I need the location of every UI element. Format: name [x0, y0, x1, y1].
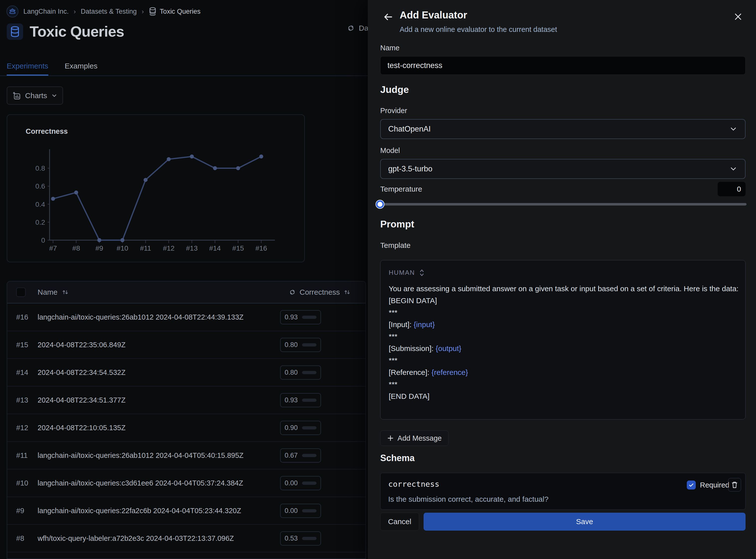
- temperature-slider-track[interactable]: [380, 203, 747, 205]
- sort-icon[interactable]: [343, 289, 351, 296]
- table-row-partial: [7, 552, 366, 559]
- correctness-score: 0.93: [284, 313, 299, 321]
- template-label: Template: [380, 241, 411, 250]
- close-icon[interactable]: [733, 12, 743, 21]
- breadcrumb-separator: ›: [142, 8, 144, 16]
- save-button[interactable]: Save: [423, 513, 746, 531]
- table-row[interactable]: #132024-04-08T22:34:51.377Z0.93: [7, 386, 366, 414]
- score-progress-track: [302, 509, 317, 512]
- correctness-score: 0.90: [284, 424, 299, 432]
- page-title: Toxic Queries: [30, 23, 124, 40]
- temperature-slider-thumb[interactable]: [376, 200, 384, 208]
- add-message-button[interactable]: Add Message: [380, 430, 449, 446]
- svg-text:#9: #9: [95, 244, 103, 252]
- template-line: [BEGIN DATA]: [389, 295, 738, 307]
- tab-examples[interactable]: Examples: [65, 62, 98, 76]
- breadcrumb-current[interactable]: Toxic Queries: [149, 7, 201, 16]
- column-header-correctness[interactable]: Correctness: [300, 288, 340, 296]
- sort-icon[interactable]: [62, 289, 69, 296]
- experiment-name[interactable]: 2024-04-08T22:34:51.377Z: [38, 396, 278, 404]
- model-label: Model: [380, 147, 400, 155]
- experiment-name[interactable]: langchain-ai/toxic-queries:c3d61ee6 2024…: [38, 479, 278, 487]
- svg-text:#10: #10: [117, 244, 128, 252]
- temperature-value[interactable]: 0: [718, 182, 746, 196]
- score-progress-track: [302, 316, 317, 319]
- correctness-chart-card: Correctness 00.20.40.60.8#7#8#9#10#11#12…: [7, 114, 305, 262]
- chevron-up-down-icon: [419, 269, 425, 276]
- table-row[interactable]: #9langchain-ai/toxic-queries:22fa2c6b 20…: [7, 497, 366, 524]
- svg-text:#15: #15: [232, 244, 244, 252]
- correctness-score: 0.00: [284, 507, 299, 515]
- template-line: [Reference]: {reference}: [389, 366, 738, 378]
- breadcrumb-section[interactable]: Datasets & Testing: [81, 8, 137, 16]
- template-line: You are assessing a submitted answer on …: [389, 283, 738, 295]
- column-header-name[interactable]: Name: [38, 288, 58, 296]
- experiment-number: #14: [16, 368, 38, 377]
- back-arrow-icon[interactable]: [383, 12, 394, 22]
- experiment-name[interactable]: langchain-ai/toxic-queries:26ab1012 2024…: [38, 451, 278, 460]
- correctness-score-badge: 0.67: [280, 448, 321, 463]
- table-row[interactable]: #152024-04-08T22:35:06.849Z0.80: [7, 331, 366, 359]
- score-progress-track: [302, 482, 317, 485]
- experiment-name[interactable]: langchain-ai/toxic-queries:26ab1012 2024…: [38, 313, 278, 321]
- template-text[interactable]: You are assessing a submitted answer on …: [389, 283, 738, 402]
- table-row[interactable]: #8wfh/toxic-query-labeler:a72b2e3c 2024-…: [7, 524, 366, 552]
- prompt-template-editor[interactable]: HUMAN You are assessing a submitted answ…: [380, 260, 746, 420]
- name-label: Name: [380, 44, 399, 52]
- svg-text:#12: #12: [163, 244, 175, 252]
- correctness-score-badge: 0.53: [280, 531, 321, 545]
- breadcrumb-org[interactable]: LangChain Inc.: [23, 8, 69, 16]
- correctness-score: 0.67: [284, 452, 299, 460]
- chart-title: Correctness: [26, 127, 68, 135]
- experiment-number: #15: [16, 341, 38, 349]
- trash-icon: [731, 481, 738, 489]
- model-select[interactable]: gpt-3.5-turbo: [380, 159, 746, 179]
- experiment-number: #12: [16, 424, 38, 432]
- experiment-name[interactable]: langchain-ai/toxic-queries:22fa2c6b 2024…: [38, 507, 278, 515]
- link-icon: [289, 289, 296, 296]
- breadcrumb: LangChain Inc. › Datasets & Testing › To…: [6, 4, 201, 18]
- schema-description[interactable]: Is the submission correct, accurate, and…: [388, 495, 549, 504]
- schema-field-name[interactable]: correctness: [388, 479, 439, 489]
- provider-select[interactable]: ChatOpenAI: [380, 119, 746, 139]
- template-line: [END DATA]: [389, 390, 738, 402]
- select-all-checkbox[interactable]: [16, 288, 26, 297]
- breadcrumb-separator: ›: [74, 8, 76, 16]
- dataset-link[interactable]: Dat: [347, 24, 370, 32]
- chevron-down-icon: [51, 92, 58, 99]
- name-input[interactable]: test-correctness: [380, 56, 746, 75]
- link-icon: [347, 24, 355, 32]
- experiment-name[interactable]: 2024-04-08T22:34:54.532Z: [38, 368, 278, 377]
- experiment-name[interactable]: wfh/toxic-query-labeler:a72b2e3c 2024-04…: [38, 534, 278, 542]
- judge-heading: Judge: [380, 84, 409, 95]
- correctness-line-chart: 00.20.40.60.8#7#8#9#10#11#12#13#14#15#16: [7, 135, 305, 263]
- template-variable: {output}: [436, 344, 461, 353]
- cancel-button[interactable]: Cancel: [380, 513, 419, 531]
- org-avatar[interactable]: [6, 5, 18, 18]
- check-icon: [688, 482, 694, 488]
- correctness-score-badge: 0.90: [280, 421, 321, 435]
- svg-text:#11: #11: [140, 244, 151, 252]
- experiment-number: #11: [16, 451, 38, 460]
- svg-text:0.8: 0.8: [36, 164, 45, 172]
- chart-plus-icon: [12, 91, 21, 100]
- required-checkbox[interactable]: [687, 480, 696, 490]
- svg-text:#13: #13: [186, 244, 198, 252]
- table-row[interactable]: #16langchain-ai/toxic-queries:26ab1012 2…: [7, 304, 366, 331]
- charts-button[interactable]: Charts: [7, 86, 63, 105]
- table-row[interactable]: #11langchain-ai/toxic-queries:26ab1012 2…: [7, 442, 366, 469]
- template-line: ***: [389, 307, 738, 319]
- table-row[interactable]: #10langchain-ai/toxic-queries:c3d61ee6 2…: [7, 469, 366, 497]
- table-row[interactable]: #142024-04-08T22:34:54.532Z0.80: [7, 359, 366, 386]
- svg-text:#16: #16: [255, 244, 267, 252]
- table-row[interactable]: #122024-04-08T22:10:05.135Z0.90: [7, 414, 366, 442]
- experiment-name[interactable]: 2024-04-08T22:10:05.135Z: [38, 424, 278, 432]
- experiment-name[interactable]: 2024-04-08T22:35:06.849Z: [38, 341, 278, 349]
- message-role-select[interactable]: HUMAN: [389, 269, 425, 276]
- template-line: ***: [389, 331, 738, 342]
- provider-label: Provider: [380, 107, 407, 115]
- svg-text:#8: #8: [72, 244, 80, 252]
- database-icon: [10, 26, 20, 37]
- delete-field-button[interactable]: [728, 478, 741, 491]
- tab-experiments[interactable]: Experiments: [7, 62, 48, 76]
